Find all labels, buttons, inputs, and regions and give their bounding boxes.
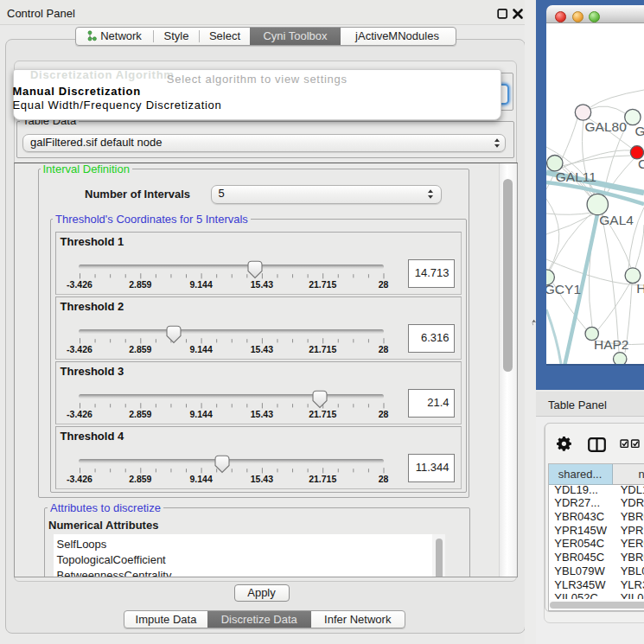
svg-text:GAL4: GAL4	[599, 213, 634, 227]
svg-text:GAL80: GAL80	[585, 119, 628, 134]
svg-text:HAP2: HAP2	[594, 337, 629, 352]
svg-text:GAL11: GAL11	[556, 169, 596, 184]
svg-text:GA: GA	[635, 124, 644, 138]
svg-text:C: C	[638, 156, 644, 171]
svg-text:H: H	[636, 281, 644, 296]
svg-text:GCY1: GCY1	[546, 282, 581, 296]
